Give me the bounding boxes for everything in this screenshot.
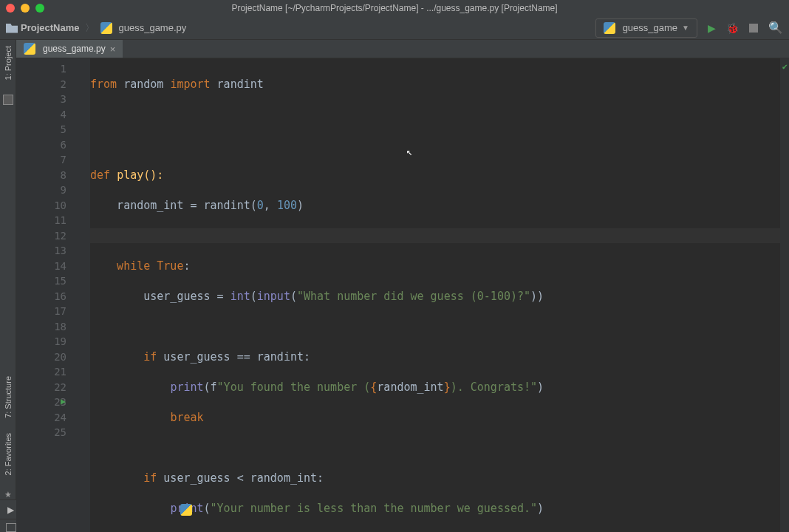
play-icon: ▶ bbox=[7, 505, 14, 515]
python-file-icon bbox=[604, 22, 615, 34]
code-token: while bbox=[90, 259, 157, 273]
python-file-icon bbox=[180, 504, 192, 516]
error-stripe[interactable]: ✔ bbox=[780, 58, 789, 532]
breadcrumb-project[interactable]: ProjectName bbox=[21, 22, 79, 33]
code-token: 100 bbox=[277, 199, 297, 212]
line-number[interactable]: 6 bbox=[16, 137, 66, 153]
navigation-bar: ProjectName 〉 guess_game.py guess_game ▼… bbox=[0, 16, 789, 40]
code-token: ( bbox=[250, 290, 257, 303]
line-number[interactable]: 5 bbox=[16, 122, 66, 137]
code-token: { bbox=[370, 381, 377, 394]
stop-button[interactable] bbox=[749, 24, 758, 33]
line-number[interactable]: 14 bbox=[16, 259, 66, 274]
line-number[interactable]: 8 bbox=[16, 168, 66, 183]
search-everywhere-button[interactable]: 🔍 bbox=[768, 21, 783, 35]
mouse-cursor-icon: ↖ bbox=[406, 144, 412, 160]
run-config-label: guess_game bbox=[623, 22, 677, 33]
code-token: int bbox=[230, 290, 250, 303]
line-number[interactable]: 15 bbox=[16, 273, 66, 289]
code-token: "You found the number ( bbox=[217, 381, 371, 394]
code-token: (f bbox=[204, 381, 217, 394]
line-number[interactable]: 21 bbox=[16, 364, 66, 380]
line-number[interactable]: 16 bbox=[16, 289, 66, 304]
analysis-ok-icon: ✔ bbox=[782, 61, 788, 72]
line-number[interactable]: 17 bbox=[16, 304, 66, 319]
code-token bbox=[90, 411, 170, 424]
line-number[interactable]: 12 bbox=[16, 228, 66, 244]
chevron-down-icon: ▼ bbox=[682, 24, 689, 32]
code-token: )) bbox=[530, 290, 544, 303]
main-area: 1: Project 7: Structure 2: Favorites ★ g… bbox=[0, 40, 789, 499]
code-token: ) bbox=[537, 381, 544, 394]
line-number[interactable]: 10 bbox=[16, 198, 66, 214]
project-tool-tab[interactable]: 1: Project bbox=[4, 46, 13, 80]
python-file-icon bbox=[100, 22, 112, 34]
line-number[interactable]: 22 bbox=[16, 380, 66, 395]
line-number[interactable]: 23 bbox=[16, 395, 66, 410]
favorites-star-icon: ★ bbox=[4, 490, 12, 499]
line-number[interactable]: 11 bbox=[16, 213, 66, 228]
code-token: ). Congrats!" bbox=[451, 381, 537, 394]
code-token: input bbox=[257, 290, 290, 303]
code-token: : bbox=[183, 259, 190, 273]
project-icon[interactable] bbox=[3, 95, 13, 105]
code-area[interactable]: from random import randint def play(): r… bbox=[90, 58, 780, 532]
line-number[interactable]: 9 bbox=[16, 183, 66, 198]
editor-tab[interactable]: guess_game.py × bbox=[16, 40, 123, 58]
code-token: 0 bbox=[257, 199, 264, 212]
code-token: user_guess = bbox=[90, 290, 230, 303]
editor-tab-bar: guess_game.py × bbox=[16, 40, 789, 58]
code-token: , bbox=[264, 199, 277, 212]
line-gutter[interactable]: 1 2 3 4 5 6 7 8 9 10 11 12 13 14 15 16 1… bbox=[16, 58, 90, 532]
title-bar: ProjectName [~/PycharmProjects/ProjectNa… bbox=[0, 0, 789, 16]
code-token bbox=[90, 381, 170, 394]
close-window-icon[interactable] bbox=[6, 4, 15, 13]
code-token: print bbox=[170, 381, 203, 394]
folder-icon bbox=[6, 23, 18, 33]
line-number[interactable]: 4 bbox=[16, 107, 66, 123]
breadcrumb-file[interactable]: guess_game.py bbox=[118, 22, 186, 33]
code-token: user_guess < random_int: bbox=[163, 471, 324, 485]
close-tab-icon[interactable]: × bbox=[110, 44, 116, 55]
line-number[interactable]: 13 bbox=[16, 243, 66, 259]
run-gutter-icon[interactable]: ▶ bbox=[61, 394, 66, 409]
structure-tool-tab[interactable]: 7: Structure bbox=[4, 376, 13, 418]
editor[interactable]: 1 2 3 4 5 6 7 8 9 10 11 12 13 14 15 16 1… bbox=[16, 58, 789, 532]
debug-button[interactable]: 🐞 bbox=[726, 22, 739, 34]
window-title: ProjectName [~/PycharmProjects/ProjectNa… bbox=[231, 3, 557, 13]
code-token: } bbox=[444, 381, 451, 394]
tool-windows-toggle-icon[interactable] bbox=[6, 523, 16, 532]
line-number[interactable]: 24 bbox=[16, 410, 66, 426]
line-number[interactable]: 20 bbox=[16, 349, 66, 365]
minimize-window-icon[interactable] bbox=[21, 4, 30, 13]
line-number[interactable]: 7 bbox=[16, 152, 66, 168]
line-number[interactable]: 3 bbox=[16, 92, 66, 107]
line-number[interactable]: 1 bbox=[16, 61, 66, 77]
code-token: ) bbox=[297, 199, 304, 212]
code-token: random_int bbox=[377, 381, 443, 394]
editor-column: guess_game.py × 1 2 3 4 5 6 7 8 9 10 11 … bbox=[16, 40, 789, 499]
code-token: def bbox=[90, 168, 117, 182]
line-number[interactable]: 19 bbox=[16, 334, 66, 349]
line-number[interactable]: 25 bbox=[16, 425, 66, 440]
maximize-window-icon[interactable] bbox=[35, 4, 44, 13]
window-controls[interactable] bbox=[6, 4, 44, 13]
code-token: ( bbox=[290, 290, 297, 303]
code-token: from bbox=[90, 78, 123, 91]
left-tool-bar: 1: Project 7: Structure 2: Favorites ★ bbox=[0, 40, 16, 499]
code-token: play(): bbox=[117, 168, 163, 182]
code-token: user_guess == randint: bbox=[163, 350, 310, 364]
code-token: ) bbox=[537, 502, 544, 515]
line-number[interactable]: 18 bbox=[16, 319, 66, 335]
code-token: break bbox=[170, 411, 203, 424]
code-token: if bbox=[90, 350, 163, 364]
code-token: import bbox=[170, 78, 216, 91]
chevron-right-icon: 〉 bbox=[85, 21, 95, 35]
line-number[interactable]: 2 bbox=[16, 77, 66, 92]
code-token: if bbox=[90, 471, 163, 485]
favorites-tool-tab[interactable]: 2: Favorites bbox=[4, 433, 13, 475]
run-configuration-selector[interactable]: guess_game ▼ bbox=[595, 18, 697, 38]
code-token: "What number did we guess (0-100)?" bbox=[297, 290, 530, 303]
run-button[interactable]: ▶ bbox=[708, 22, 716, 34]
code-token: "Your number is less than the number we … bbox=[211, 502, 538, 515]
